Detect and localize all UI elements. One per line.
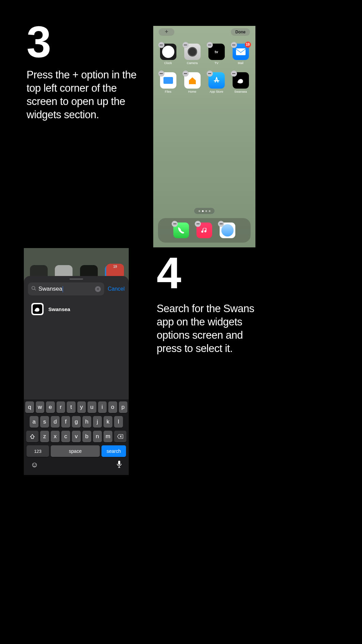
remove-app-icon[interactable] (172, 221, 178, 227)
step-4-number: 4 (157, 247, 179, 298)
key-search[interactable]: search (101, 445, 126, 457)
tv-icon: tv (208, 44, 225, 60)
key-q[interactable]: q (25, 401, 34, 413)
key-v[interactable]: v (72, 431, 81, 442)
remove-app-icon[interactable] (183, 42, 189, 48)
phone-screenshot-widget-search: 19 Swansea ✕ Cancel Swansea q w e (24, 248, 129, 475)
remove-app-icon[interactable] (195, 221, 201, 227)
files-icon (160, 72, 176, 89)
key-c[interactable]: c (61, 431, 70, 442)
key-h[interactable]: h (82, 416, 91, 428)
widget-search-sheet: Swansea ✕ Cancel Swansea q w e r t y u i… (24, 276, 129, 475)
camera-icon (184, 44, 201, 60)
key-e[interactable]: e (46, 401, 55, 413)
key-u[interactable]: u (88, 401, 96, 413)
svg-line-2 (35, 289, 36, 291)
remove-app-icon[interactable] (158, 71, 164, 77)
dock (158, 218, 251, 243)
remove-app-icon[interactable] (183, 71, 189, 77)
key-o[interactable]: o (108, 401, 117, 413)
keyboard-row-1: q w e r t y u i o p (25, 401, 127, 413)
key-l[interactable]: l (114, 416, 123, 428)
keyboard-row-3: z x c v b n m (25, 431, 127, 442)
dock-app-phone[interactable] (173, 223, 189, 238)
keyboard-bottom-row: 123 space search (25, 445, 127, 457)
emoji-button[interactable]: ☺ (31, 460, 38, 470)
app-files[interactable]: Files (158, 72, 178, 93)
app-label: TV (206, 61, 226, 65)
cancel-button[interactable]: Cancel (108, 286, 125, 292)
result-label: Swansea (48, 306, 70, 312)
key-j[interactable]: j (93, 416, 102, 428)
search-value: Swansea (38, 286, 93, 292)
keyboard-row-2: a s d f g h j k l (25, 416, 127, 428)
key-w[interactable]: w (36, 401, 45, 413)
search-icon (31, 286, 36, 292)
key-123[interactable]: 123 (27, 445, 49, 457)
step-4-description: Search for the Swans app on the widgets … (157, 302, 266, 355)
app-label: Camera (182, 61, 202, 65)
done-button[interactable]: Done (231, 28, 250, 36)
appstore-icon (208, 72, 225, 89)
app-label: Home (182, 90, 202, 93)
keyboard: q w e r t y u i o p a s d f g h j k l (24, 399, 129, 475)
app-clock[interactable]: Clock (158, 44, 178, 65)
key-r[interactable]: r (57, 401, 65, 413)
key-z[interactable]: z (40, 431, 49, 442)
key-t[interactable]: t (67, 401, 76, 413)
search-result-swansea[interactable]: Swansea (24, 298, 129, 320)
app-appstore[interactable]: App Store (206, 72, 226, 93)
key-n[interactable]: n (93, 431, 102, 442)
svg-rect-0 (236, 48, 246, 55)
app-swansea[interactable]: Swansea (231, 72, 251, 93)
key-s[interactable]: s (40, 416, 49, 428)
key-g[interactable]: g (72, 416, 81, 428)
home-icon (184, 72, 201, 89)
key-f[interactable]: f (61, 416, 70, 428)
dock-app-music[interactable] (196, 223, 212, 238)
app-mail[interactable]: 19 Mail (231, 44, 251, 65)
key-space[interactable]: space (51, 445, 100, 457)
app-camera[interactable]: Camera (182, 44, 202, 65)
remove-app-icon[interactable] (231, 42, 237, 48)
key-k[interactable]: k (104, 416, 112, 428)
remove-app-icon[interactable] (218, 221, 224, 227)
key-y[interactable]: y (77, 401, 86, 413)
key-i[interactable]: i (98, 401, 107, 413)
app-label: Files (158, 90, 178, 93)
key-a[interactable]: a (30, 416, 38, 428)
add-widget-button[interactable]: + (159, 28, 174, 36)
step-3-number: 3 (27, 16, 49, 67)
key-b[interactable]: b (82, 431, 91, 442)
key-backspace[interactable] (114, 431, 126, 442)
clock-icon (160, 44, 176, 60)
app-tv[interactable]: tv TV (206, 44, 226, 65)
dictation-button[interactable] (116, 460, 122, 470)
key-m[interactable]: m (104, 431, 112, 442)
mail-icon: 19 (233, 44, 249, 60)
swansea-icon (233, 72, 249, 89)
app-label: App Store (206, 90, 226, 93)
key-x[interactable]: x (51, 431, 60, 442)
swansea-icon (31, 303, 44, 315)
remove-app-icon[interactable] (231, 71, 237, 77)
page-indicator[interactable] (194, 208, 215, 214)
key-shift[interactable] (26, 431, 38, 442)
remove-app-icon[interactable] (207, 42, 213, 48)
clear-search-icon[interactable]: ✕ (95, 286, 101, 292)
remove-app-icon[interactable] (207, 71, 213, 77)
step-3-description: Press the + option in the top left corne… (27, 68, 139, 121)
remove-app-icon[interactable] (158, 42, 164, 48)
svg-point-1 (32, 287, 35, 290)
search-input[interactable]: Swansea ✕ (28, 282, 104, 295)
app-label: Swansea (231, 90, 251, 93)
key-d[interactable]: d (51, 416, 60, 428)
app-label: Clock (158, 61, 178, 65)
app-home[interactable]: Home (182, 72, 202, 93)
key-p[interactable]: p (119, 401, 128, 413)
dock-app-safari[interactable] (220, 223, 235, 238)
app-label: Mail (231, 61, 251, 65)
notification-badge: 19 (245, 42, 251, 48)
phone-screenshot-edit-mode: + Done Clock Camera tv TV 19 Mail Files (153, 26, 255, 247)
svg-rect-4 (118, 461, 120, 465)
